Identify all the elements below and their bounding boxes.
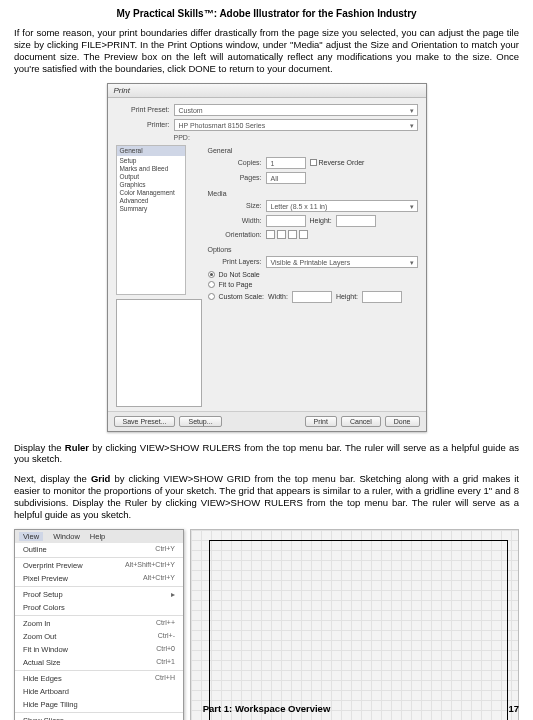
view-menu: View Window Help OutlineCtrl+YOverprint … xyxy=(14,529,184,720)
copies-input[interactable]: 1 xyxy=(266,157,306,169)
height-label: Height: xyxy=(310,217,332,224)
menu-item[interactable]: Hide EdgesCtrl+H xyxy=(15,672,183,685)
section-general: General xyxy=(208,147,418,154)
orientation-icons[interactable] xyxy=(266,230,310,240)
custom-width-input[interactable] xyxy=(292,291,332,303)
list-item[interactable]: Setup xyxy=(120,157,182,165)
list-item[interactable]: Graphics xyxy=(120,181,182,189)
list-item[interactable]: Color Management xyxy=(120,189,182,197)
preset-label: Print Preset: xyxy=(116,106,170,113)
reverse-label: Reverse Order xyxy=(319,159,365,166)
paragraph-3: Next, display the Grid by clicking VIEW>… xyxy=(14,473,519,521)
page-number: 17 xyxy=(508,703,519,714)
fit-radio[interactable] xyxy=(208,281,215,288)
menu-item[interactable]: Proof Setup xyxy=(15,588,183,601)
menu-view[interactable]: View xyxy=(19,532,43,541)
layers-select[interactable]: Visible & Printable Layers xyxy=(266,256,418,268)
width-input[interactable] xyxy=(266,215,306,227)
list-item[interactable]: General xyxy=(117,146,185,156)
menu-window[interactable]: Window xyxy=(53,532,80,541)
preview-box xyxy=(116,299,202,407)
menu-item[interactable]: Show Slices xyxy=(15,714,183,720)
orientation-label: Orientation: xyxy=(208,231,262,238)
custom-radio[interactable] xyxy=(208,293,215,300)
paragraph-2: Display the Ruler by clicking VIEW>SHOW … xyxy=(14,442,519,466)
menu-item[interactable]: Zoom InCtrl++ xyxy=(15,617,183,630)
menu-help[interactable]: Help xyxy=(90,532,105,541)
menu-item[interactable]: Actual SizeCtrl+1 xyxy=(15,656,183,669)
printer-label: Printer: xyxy=(116,121,170,128)
copies-label: Copies: xyxy=(208,159,262,166)
custom-label: Custom Scale: xyxy=(219,293,265,300)
reverse-checkbox[interactable] xyxy=(310,159,317,166)
list-item[interactable]: Output xyxy=(120,173,182,181)
page-title: My Practical Skills™: Adobe Illustrator … xyxy=(14,8,519,19)
fit-label: Fit to Page xyxy=(219,281,253,288)
view-menu-figure: View Window Help OutlineCtrl+YOverprint … xyxy=(14,529,519,720)
menu-item[interactable]: Hide Artboard xyxy=(15,685,183,698)
no-scale-label: Do Not Scale xyxy=(219,271,260,278)
setup-button[interactable]: Setup... xyxy=(179,416,221,427)
grid-canvas xyxy=(190,529,519,720)
cancel-button[interactable]: Cancel xyxy=(341,416,381,427)
custom-height-input[interactable] xyxy=(362,291,402,303)
section-options: Options xyxy=(208,246,418,253)
pages-input[interactable]: All xyxy=(266,172,306,184)
preset-select[interactable]: Custom xyxy=(174,104,418,116)
menu-item[interactable]: Zoom OutCtrl+- xyxy=(15,630,183,643)
menu-item[interactable]: Fit in WindowCtrl+0 xyxy=(15,643,183,656)
menu-item[interactable]: OutlineCtrl+Y xyxy=(15,543,183,556)
paragraph-1: If for some reason, your print boundarie… xyxy=(14,27,519,75)
page-footer: Part 1: Workspace Overview 17 xyxy=(14,703,519,714)
print-button[interactable]: Print xyxy=(305,416,337,427)
section-list[interactable]: General Setup Marks and Bleed Output Gra… xyxy=(116,145,186,295)
menu-item[interactable]: Proof Colors xyxy=(15,601,183,614)
print-dialog: Print Print Preset: Custom Printer: HP P… xyxy=(107,83,427,432)
ppd-label: PPD: xyxy=(174,134,418,141)
size-label: Size: xyxy=(208,202,262,209)
pages-label: Pages: xyxy=(208,174,262,181)
done-button[interactable]: Done xyxy=(385,416,420,427)
list-item[interactable]: Marks and Bleed xyxy=(120,165,182,173)
no-scale-radio[interactable] xyxy=(208,271,215,278)
menu-item[interactable]: Overprint PreviewAlt+Shift+Ctrl+Y xyxy=(15,559,183,572)
list-item[interactable]: Advanced xyxy=(120,197,182,205)
size-select[interactable]: Letter (8.5 x 11 in) xyxy=(266,200,418,212)
printer-select[interactable]: HP Photosmart 8150 Series xyxy=(174,119,418,131)
width-label: Width: xyxy=(208,217,262,224)
artboard-outline xyxy=(209,540,508,720)
dialog-title: Print xyxy=(108,84,426,98)
layers-label: Print Layers: xyxy=(208,258,262,265)
print-dialog-figure: Print Print Preset: Custom Printer: HP P… xyxy=(14,83,519,432)
section-media: Media xyxy=(208,190,418,197)
list-item[interactable]: Summary xyxy=(120,205,182,213)
cw-label: Width: xyxy=(268,293,288,300)
menu-item[interactable]: Pixel PreviewAlt+Ctrl+Y xyxy=(15,572,183,585)
ch-label: Height: xyxy=(336,293,358,300)
save-preset-button[interactable]: Save Preset... xyxy=(114,416,176,427)
footer-label: Part 1: Workspace Overview xyxy=(203,703,331,714)
menubar: View Window Help xyxy=(15,530,183,543)
height-input[interactable] xyxy=(336,215,376,227)
